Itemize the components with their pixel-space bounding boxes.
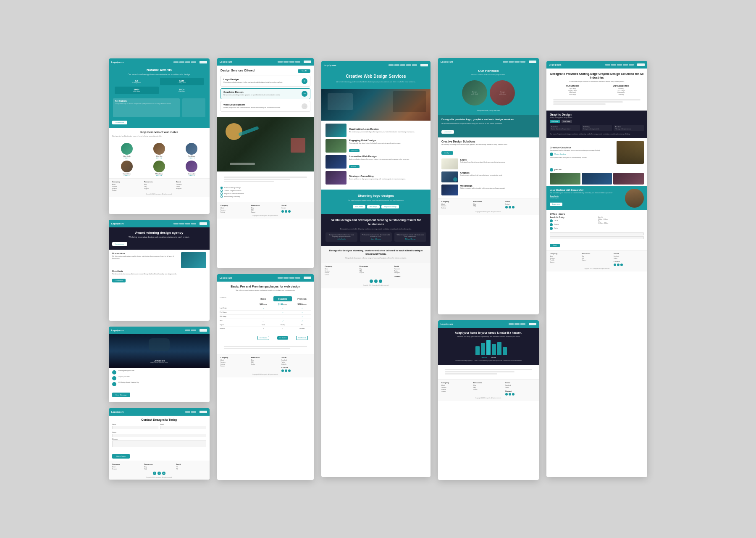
stat-label-2: Crazy Deals bbox=[161, 82, 203, 84]
social-4a-1[interactable] bbox=[505, 206, 508, 208]
canvas: Logoipsum Notable Awards Our awards and … bbox=[0, 0, 756, 538]
form-email-5[interactable] bbox=[550, 236, 644, 239]
responsive-btn[interactable]: Responsive design bbox=[381, 205, 399, 208]
pricing-title: Basic, Pro and Premium packages for web … bbox=[220, 285, 310, 288]
print-media-btn[interactable]: Print media bbox=[353, 205, 365, 208]
dark-tagline-desc: Deezgrafix is committed to delivering ex… bbox=[326, 228, 426, 230]
creative-graphics-desc: Stunning visual graphics that capture at… bbox=[550, 150, 614, 151]
web-design-btn[interactable]: Services → bbox=[349, 165, 360, 168]
modern-branding-desc: Build a powerful brand identity with our… bbox=[550, 157, 614, 158]
contact-email: contact@deezgrafix.com bbox=[118, 370, 134, 374]
footer-copy-3: Copyright 2024 Deezgrafix. All rights re… bbox=[325, 285, 427, 286]
premium-cta[interactable]: Get Started bbox=[296, 336, 308, 340]
social-icon-2a-2[interactable] bbox=[285, 369, 287, 372]
social-in[interactable]: in bbox=[162, 472, 165, 475]
cta-title: Stunning logo designs bbox=[326, 194, 426, 198]
chart-bar-3 bbox=[481, 343, 485, 355]
web-design-cta-btn[interactable]: Web design bbox=[367, 205, 380, 208]
webdesign-thumb bbox=[441, 185, 458, 195]
gd-section-title: Graphic Design bbox=[550, 113, 644, 116]
award-btn[interactable]: Learn more bbox=[112, 242, 127, 246]
service-title-2: Graphics Design bbox=[223, 91, 280, 93]
clients-btn[interactable]: Learn More bbox=[112, 279, 126, 282]
portfolio-circle-2: Designwith dark bbox=[490, 80, 515, 105]
contact-submit-btn[interactable]: Send Message bbox=[112, 393, 130, 397]
services-desc-btn[interactable]: Learn more bbox=[441, 130, 454, 134]
reach-email: Email us bbox=[550, 223, 596, 226]
team-member-6: Jessica Lee ★★★★★ bbox=[176, 161, 207, 177]
graphics-desc: Creative graphic solutions for all your … bbox=[460, 174, 502, 176]
section4-desc: Expert guidance to align your design str… bbox=[349, 178, 426, 180]
social-icon-2[interactable] bbox=[285, 210, 287, 213]
notable-awards-subtitle: Our awards and recognitions demonstrate … bbox=[112, 73, 206, 76]
mockup-home-adapt: Logoipsum Adapt your home to your needs … bbox=[438, 320, 539, 480]
social-3-1[interactable] bbox=[370, 280, 373, 283]
social-fb[interactable]: f bbox=[153, 472, 156, 475]
column-2: Logoipsum Design Services Offered View A… bbox=[217, 58, 314, 480]
footer-copy-5: Copyright 2024 Deezgrafix. All rights re… bbox=[550, 268, 644, 269]
service-desc-1: Our custom and attentive work helps craf… bbox=[223, 82, 283, 84]
form-name-5[interactable] bbox=[550, 232, 644, 235]
social-4b-3[interactable] bbox=[512, 393, 514, 396]
love-cta-btn[interactable]: Learn more bbox=[550, 203, 562, 206]
social-icon-3[interactable] bbox=[288, 210, 291, 213]
section3-desc: Modern websites designed to convert visi… bbox=[349, 158, 426, 161]
graphics-title: Graphics bbox=[460, 171, 502, 174]
office-hours-title: Office Hours bbox=[550, 213, 644, 215]
social-4b-1[interactable] bbox=[505, 393, 508, 396]
service-web-dev: Web Development Modern, responsive web s… bbox=[220, 101, 310, 112]
social-3-3[interactable] bbox=[379, 280, 382, 283]
stat-label-4: Customers bbox=[161, 91, 203, 92]
social-4a-2[interactable] bbox=[509, 206, 511, 208]
mockup-notable-awards: Logoipsum Notable Awards Our awards and … bbox=[109, 58, 210, 214]
our-services-col: Our Services Logo DesignGraphic DesignWe… bbox=[550, 84, 596, 95]
contact-form-title: Contact Deezgrafix Today bbox=[112, 418, 206, 421]
services-thumb bbox=[181, 252, 206, 268]
mockup-logo: Logoipsum bbox=[111, 61, 124, 63]
cta-desc: Our expert designers create custom logos… bbox=[326, 200, 426, 202]
modern-branding-label: Modern Branding bbox=[554, 153, 566, 155]
social-5-1[interactable] bbox=[614, 264, 616, 266]
testimonial-1: "Exceptional work that transformed our b… bbox=[326, 232, 357, 242]
print-thumb-3 bbox=[613, 173, 644, 185]
social-4a-3[interactable] bbox=[512, 206, 514, 208]
form-submit-btn[interactable]: Get in Touch bbox=[112, 454, 130, 459]
web-design-thumb bbox=[326, 155, 346, 169]
print-design-btn[interactable]: Learn more bbox=[349, 149, 360, 152]
social-5-2[interactable] bbox=[617, 264, 620, 266]
our-capabilities-col: Our Capabilities BrandingUI/UX DesignPho… bbox=[598, 84, 644, 95]
reach-us-title: Reach Us Today bbox=[550, 216, 596, 219]
social-3-2[interactable] bbox=[374, 280, 378, 283]
social-4b-2[interactable] bbox=[509, 393, 511, 396]
love-title: Love Working with Deezgrafix! bbox=[550, 189, 623, 191]
contact-icon-2 bbox=[112, 376, 116, 380]
logo-design-thumb bbox=[326, 124, 346, 137]
final-tagline: Deezgrafix designs stunning, custom webs… bbox=[326, 249, 426, 256]
awards-learn-btn[interactable]: Learn More bbox=[112, 121, 127, 124]
chart-bar-5 bbox=[492, 344, 496, 355]
gd-main-title: Deezgrafix Provides Cutting-Edge Graphic… bbox=[550, 72, 644, 79]
standard-cta[interactable]: Get Started bbox=[277, 336, 288, 340]
print-thumb-2 bbox=[582, 173, 612, 185]
main-hero-desc: We create stunning, professional website… bbox=[326, 81, 426, 83]
social-icon-1[interactable] bbox=[281, 210, 284, 213]
social-icon-2a-3[interactable] bbox=[288, 369, 291, 372]
social-tw[interactable]: t bbox=[158, 472, 161, 475]
social-5-3[interactable] bbox=[620, 264, 623, 266]
testimonial-2: "Professional results every time. Our we… bbox=[360, 232, 392, 242]
mockup-logo-2b: Logoipsum bbox=[220, 277, 232, 279]
portfolio-subtitle: Discover our latest work and creative pr… bbox=[441, 74, 536, 76]
stat-profits: Profits bbox=[491, 356, 496, 359]
mockup-graphic-design: Logoipsum Deezgrafix Provides Cutting-Ed… bbox=[546, 61, 647, 477]
basic-cta[interactable]: Get Started bbox=[257, 336, 269, 340]
view-all-btn[interactable]: View All bbox=[298, 69, 310, 73]
portfolio-title: Our Portfolio bbox=[441, 69, 536, 73]
mockup-center-main: Logoipsum Creative Web Design Services W… bbox=[321, 61, 430, 477]
send-btn-5[interactable]: Send bbox=[550, 244, 560, 247]
home-cta-desc: Transform your living space with our exp… bbox=[441, 336, 536, 338]
logos-title: Logos bbox=[460, 158, 505, 161]
creative-solutions-btn[interactable]: Identify → bbox=[441, 151, 453, 155]
social-icon-2a-1[interactable] bbox=[281, 369, 284, 372]
branding-photo bbox=[617, 141, 644, 164]
team-member-5: Miles Davis ★★★★★ bbox=[144, 161, 174, 177]
